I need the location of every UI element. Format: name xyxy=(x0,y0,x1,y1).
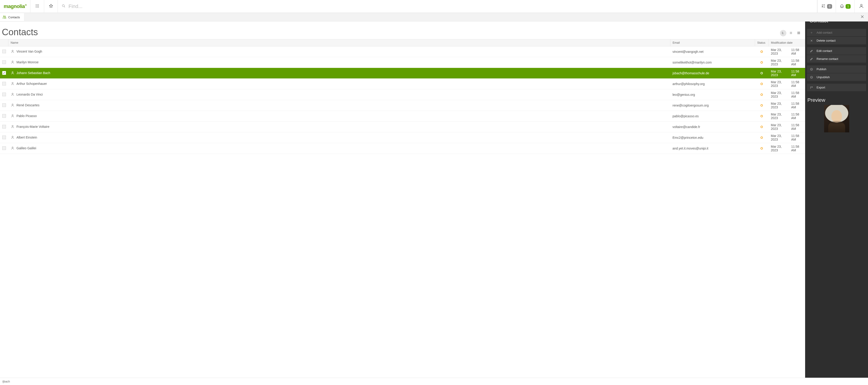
pencil-icon xyxy=(810,57,813,61)
table-row[interactable]: Pablo Picassopablo@picasso.esMar 23, 202… xyxy=(0,111,805,122)
svg-line-10 xyxy=(64,6,65,7)
contact-email: jsbach@thomasschule.de xyxy=(673,71,709,75)
action-unpublish[interactable]: Unpublish xyxy=(807,73,866,81)
preview-image xyxy=(824,105,849,132)
status-indicator xyxy=(761,136,763,139)
svg-rect-22 xyxy=(798,32,799,33)
actions-panel: Contact Add contact Delete contact xyxy=(805,22,868,378)
action-rename-contact[interactable]: Rename contact xyxy=(807,55,866,63)
status-path: /jbach xyxy=(2,380,10,383)
search-cell xyxy=(58,0,817,12)
table-row[interactable]: Marilyn Monroesomelikeithot@marilyn.comM… xyxy=(0,57,805,68)
svg-point-16 xyxy=(5,16,6,17)
bell-icon xyxy=(840,4,844,9)
user-menu-button[interactable] xyxy=(854,0,868,12)
close-icon xyxy=(860,14,864,20)
table-row[interactable]: Leonardo Da Vincileo@genius.orgMar 23, 2… xyxy=(0,89,805,100)
person-icon xyxy=(10,115,14,119)
brand-logo[interactable]: magnolia® xyxy=(0,0,30,12)
row-checkbox[interactable] xyxy=(2,114,6,118)
search-input[interactable] xyxy=(68,3,813,10)
svg-point-8 xyxy=(38,7,39,7)
contact-name: Galileo Galilei xyxy=(17,146,36,150)
action-publish[interactable]: Publish xyxy=(807,65,866,73)
table-row[interactable]: René Descartesrene@cogitoergosum.orgMar … xyxy=(0,100,805,111)
row-checkbox[interactable] xyxy=(2,93,6,96)
table-row[interactable]: François-Marie Voltairevoltaire@candide.… xyxy=(0,122,805,132)
row-checkbox[interactable] xyxy=(2,71,6,75)
person-icon xyxy=(10,51,14,54)
table-row[interactable]: Johann Sebastian Bachjsbach@thomasschule… xyxy=(0,68,805,78)
search-icon xyxy=(62,4,66,9)
contact-name: Albert Einstein xyxy=(17,135,37,139)
action-label: Unpublish xyxy=(816,75,830,79)
modified-date: Mar 23, 2023 xyxy=(771,102,787,109)
row-checkbox[interactable] xyxy=(2,135,6,139)
tasks-button[interactable]: 0 xyxy=(817,0,836,12)
modified-time: 11:58 AM xyxy=(791,48,803,55)
tab-contacts[interactable]: Contacts xyxy=(0,13,24,21)
content-area: Contacts xyxy=(0,22,805,378)
modified-date: Mar 23, 2023 xyxy=(771,91,787,98)
contact-email: leo@genius.org xyxy=(673,93,695,96)
tasks-icon xyxy=(821,4,826,9)
close-app-button[interactable] xyxy=(857,14,868,20)
status-indicator xyxy=(761,83,763,85)
contact-email: somelikeithot@marilyn.com xyxy=(673,61,712,64)
app-launcher-button[interactable] xyxy=(30,0,44,12)
contact-email: pablo@picasso.es xyxy=(673,114,699,118)
column-header-name[interactable]: Name xyxy=(8,39,670,46)
row-checkbox[interactable] xyxy=(2,146,6,150)
favorites-button[interactable] xyxy=(44,0,58,12)
view-grid-button[interactable] xyxy=(796,30,802,36)
table-row[interactable]: Albert EinsteinEmc2@princeton.eduMar 23,… xyxy=(0,132,805,143)
row-checkbox[interactable] xyxy=(2,125,6,128)
column-header-email[interactable]: Email xyxy=(670,39,755,46)
svg-point-14 xyxy=(861,4,862,6)
status-bar: /jbach xyxy=(0,378,868,385)
column-header-status[interactable]: Status xyxy=(755,39,769,46)
svg-rect-24 xyxy=(798,33,799,34)
row-checkbox[interactable] xyxy=(2,60,6,64)
svg-rect-23 xyxy=(799,32,800,33)
export-icon xyxy=(810,86,813,89)
action-edit-contact[interactable]: Edit contact xyxy=(807,47,866,55)
svg-point-30 xyxy=(12,93,13,94)
status-indicator xyxy=(761,72,763,74)
view-list-button[interactable] xyxy=(788,30,794,36)
row-checkbox[interactable] xyxy=(2,103,6,107)
contact-email: Emc2@princeton.edu xyxy=(673,136,703,139)
action-label: Edit contact xyxy=(816,49,832,53)
modified-time: 11:58 AM xyxy=(791,102,803,109)
list-icon xyxy=(789,31,793,35)
svg-point-15 xyxy=(3,15,5,17)
modified-time: 11:58 AM xyxy=(791,91,803,98)
contact-name: Johann Sebastian Bach xyxy=(17,71,50,75)
unpublish-icon xyxy=(810,76,813,79)
table-scroll[interactable]: Name Email Status Modification date Vinc… xyxy=(0,39,805,378)
person-icon xyxy=(10,104,14,108)
contact-email: vincent@vangogh.net xyxy=(673,50,704,54)
action-delete-contact[interactable]: Delete contact xyxy=(807,37,866,44)
chevron-right-icon xyxy=(861,22,864,23)
view-tree-button[interactable] xyxy=(780,30,786,36)
modified-time: 11:58 AM xyxy=(791,113,803,120)
pencil-icon xyxy=(810,50,813,53)
modified-date: Mar 23, 2023 xyxy=(771,48,787,55)
table-row[interactable]: Arthur Schopenhauerarthur@philosophy.org… xyxy=(0,78,805,89)
svg-point-32 xyxy=(12,115,13,116)
svg-rect-25 xyxy=(799,33,800,34)
table-row[interactable]: Vincent Van Goghvincent@vangogh.netMar 2… xyxy=(0,46,805,57)
modified-date: Mar 23, 2023 xyxy=(771,145,787,152)
modified-date: Mar 23, 2023 xyxy=(771,123,787,131)
row-checkbox[interactable] xyxy=(2,82,6,86)
table-row[interactable]: Galileo Galileiand.yet.it.moves@unipi.it… xyxy=(0,143,805,154)
panel-collapse-button[interactable] xyxy=(861,22,864,23)
preview-heading: Preview xyxy=(805,95,868,105)
row-checkbox[interactable] xyxy=(2,50,6,53)
notifications-button[interactable]: 1 xyxy=(836,0,854,12)
action-export[interactable]: Export xyxy=(807,84,866,91)
modified-date: Mar 23, 2023 xyxy=(771,80,787,88)
column-header-modified[interactable]: Modification date xyxy=(769,39,805,46)
svg-point-26 xyxy=(12,50,13,51)
